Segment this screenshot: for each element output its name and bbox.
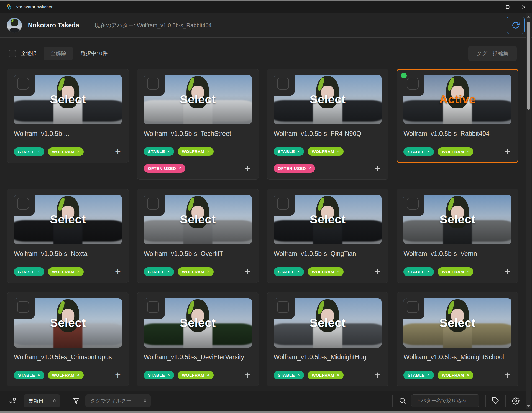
avatar-card[interactable]: Select Wolfram_v1.0.5b-s_CrimsonLupus ST… xyxy=(7,292,129,386)
add-tag-button[interactable]: + xyxy=(374,371,382,379)
card-checkbox[interactable] xyxy=(17,301,29,313)
avatar-thumbnail[interactable]: Select xyxy=(274,75,382,124)
tag-chip[interactable]: WOLFRAM× xyxy=(48,371,84,379)
card-checkbox[interactable] xyxy=(407,198,419,210)
remove-tag-button[interactable]: × xyxy=(297,149,300,154)
avatar-card[interactable]: Select Wolfram_v1.0.5b-s_TechStreet STAB… xyxy=(137,69,259,180)
minimize-button[interactable] xyxy=(484,1,500,13)
add-tag-button[interactable]: + xyxy=(114,148,122,155)
avatar-thumbnail[interactable]: Select xyxy=(144,195,252,244)
tag-chip[interactable]: WOLFRAM× xyxy=(438,267,473,276)
bulk-tag-edit-button[interactable]: タグ一括編集 xyxy=(468,46,517,61)
settings-gear-icon[interactable] xyxy=(512,397,520,405)
remove-tag-button[interactable]: × xyxy=(167,149,170,154)
filter-funnel-icon[interactable] xyxy=(73,397,80,404)
tag-chip[interactable]: WOLFRAM× xyxy=(178,267,213,276)
avatar-card[interactable]: Select Wolfram_v1.0.5b-s_OverfitT STABLE… xyxy=(137,189,259,283)
close-button[interactable] xyxy=(516,1,532,13)
card-checkbox[interactable] xyxy=(277,78,289,90)
remove-tag-button[interactable]: × xyxy=(467,149,469,154)
scrollbar-thumb[interactable] xyxy=(527,22,530,110)
deselect-all-button[interactable]: 全解除 xyxy=(44,47,73,60)
add-tag-button[interactable]: + xyxy=(503,371,511,379)
avatar-card[interactable]: Select Wolfram_v1.0.5b-s_FR4-N90Q STABLE… xyxy=(267,69,389,180)
remove-tag-button[interactable]: × xyxy=(308,166,311,171)
add-tag-button[interactable]: + xyxy=(244,371,252,379)
remove-tag-button[interactable]: × xyxy=(207,149,209,154)
scrollbar-up-arrow[interactable] xyxy=(526,14,531,19)
avatar-thumbnail[interactable]: Select xyxy=(144,75,252,124)
tag-chip[interactable]: STABLE× xyxy=(274,147,304,156)
tag-chip[interactable]: STABLE× xyxy=(14,147,44,156)
remove-tag-button[interactable]: × xyxy=(467,269,469,274)
vertical-scrollbar[interactable] xyxy=(526,13,531,409)
remove-tag-button[interactable]: × xyxy=(37,373,40,377)
card-checkbox[interactable] xyxy=(17,78,29,90)
remove-tag-button[interactable]: × xyxy=(77,269,80,274)
select-all-checkbox[interactable] xyxy=(9,50,16,57)
tag-chip[interactable]: WOLFRAM× xyxy=(48,147,84,156)
tag-manager-icon[interactable] xyxy=(492,397,499,404)
remove-tag-button[interactable]: × xyxy=(427,149,430,154)
sort-order-icon[interactable] xyxy=(9,397,17,405)
tag-chip[interactable]: WOLFRAM× xyxy=(308,147,343,156)
avatar-thumbnail[interactable]: Select xyxy=(14,75,122,124)
avatar-thumbnail[interactable]: Select xyxy=(274,298,382,348)
avatar-card[interactable]: Select Wolfram_v1.0.5b-s_MidnightHug STA… xyxy=(267,292,389,386)
remove-tag-button[interactable]: × xyxy=(77,373,80,377)
add-tag-button[interactable]: + xyxy=(244,165,252,172)
avatar-card[interactable]: Select Wolfram_v1.0.5b-s_MidnightSchool … xyxy=(397,292,518,386)
add-tag-button[interactable]: + xyxy=(114,268,122,276)
maximize-button[interactable] xyxy=(500,1,516,13)
card-checkbox[interactable] xyxy=(147,78,159,90)
search-icon[interactable] xyxy=(399,397,406,404)
remove-tag-button[interactable]: × xyxy=(467,373,469,377)
tag-chip[interactable]: WOLFRAM× xyxy=(178,371,213,379)
remove-tag-button[interactable]: × xyxy=(337,269,339,274)
remove-tag-button[interactable]: × xyxy=(167,373,170,377)
tag-chip[interactable]: OFTEN-USED× xyxy=(274,164,315,173)
card-checkbox[interactable] xyxy=(17,198,29,210)
avatar-name-filter-input[interactable] xyxy=(411,394,479,407)
avatar-thumbnail[interactable]: Active xyxy=(403,75,511,124)
remove-tag-button[interactable]: × xyxy=(427,373,430,377)
avatar-thumbnail[interactable]: Select xyxy=(403,298,511,348)
tag-chip[interactable]: STABLE× xyxy=(144,371,174,379)
remove-tag-button[interactable]: × xyxy=(297,373,300,377)
remove-tag-button[interactable]: × xyxy=(37,149,40,154)
tag-chip[interactable]: WOLFRAM× xyxy=(438,371,473,379)
avatar-thumbnail[interactable]: Select xyxy=(144,298,252,348)
card-checkbox[interactable] xyxy=(407,78,419,90)
remove-tag-button[interactable]: × xyxy=(167,269,170,274)
refresh-button[interactable] xyxy=(507,17,525,34)
add-tag-button[interactable]: + xyxy=(503,268,511,276)
remove-tag-button[interactable]: × xyxy=(337,149,339,154)
remove-tag-button[interactable]: × xyxy=(337,373,339,377)
tag-chip[interactable]: STABLE× xyxy=(403,371,434,379)
tag-chip[interactable]: WOLFRAM× xyxy=(308,371,343,379)
card-checkbox[interactable] xyxy=(147,301,159,313)
add-tag-button[interactable]: + xyxy=(503,148,511,155)
remove-tag-button[interactable]: × xyxy=(178,166,181,171)
remove-tag-button[interactable]: × xyxy=(37,269,40,274)
tag-filter-select[interactable]: タグでフィルター xyxy=(85,394,151,407)
add-tag-button[interactable]: + xyxy=(374,268,382,276)
add-tag-button[interactable]: + xyxy=(244,268,252,276)
remove-tag-button[interactable]: × xyxy=(427,269,430,274)
add-tag-button[interactable]: + xyxy=(114,371,122,379)
card-checkbox[interactable] xyxy=(147,198,159,210)
tag-chip[interactable]: WOLFRAM× xyxy=(178,147,213,156)
avatar-card[interactable]: Active Wolfram_v1.0.5b-s_Rabbit404 STABL… xyxy=(397,69,518,163)
tag-chip[interactable]: OFTEN-USED× xyxy=(144,164,185,173)
scrollbar-down-arrow[interactable] xyxy=(526,403,531,409)
tag-chip[interactable]: WOLFRAM× xyxy=(438,147,473,156)
tag-chip[interactable]: STABLE× xyxy=(144,267,174,276)
avatar-thumbnail[interactable]: Select xyxy=(14,195,122,244)
remove-tag-button[interactable]: × xyxy=(77,149,80,154)
card-checkbox[interactable] xyxy=(277,301,289,313)
avatar-thumbnail[interactable]: Select xyxy=(274,195,382,244)
avatar-thumbnail[interactable]: Select xyxy=(403,195,511,244)
tag-chip[interactable]: WOLFRAM× xyxy=(308,267,343,276)
card-checkbox[interactable] xyxy=(407,301,419,313)
avatar-card[interactable]: Select Wolfram_v1.0.5b-s_Verrin STABLE×W… xyxy=(397,189,518,283)
